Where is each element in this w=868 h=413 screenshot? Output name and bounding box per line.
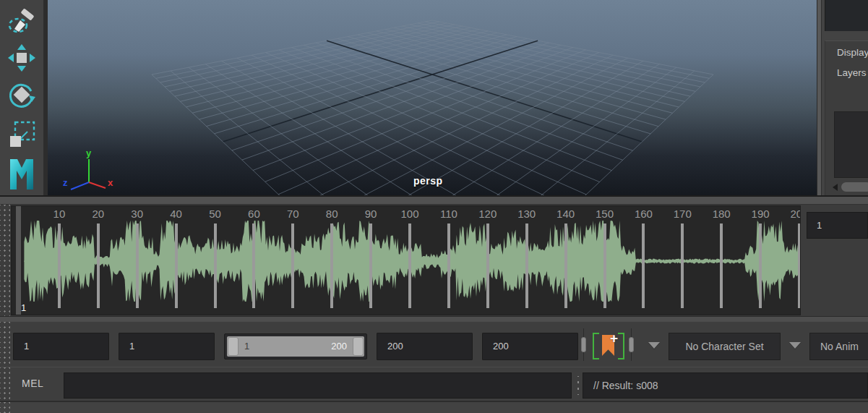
rotate-tool-icon[interactable] bbox=[7, 80, 36, 111]
time-slider-drag-handle[interactable] bbox=[0, 205, 10, 316]
tick-label: 200 bbox=[790, 208, 801, 220]
bookmark-bracket-right-icon bbox=[618, 333, 624, 359]
tick-label: 130 bbox=[517, 208, 536, 220]
command-language-toggle[interactable]: MEL bbox=[22, 378, 43, 389]
tick-label: 190 bbox=[752, 208, 770, 220]
viewport-timeline-splitter[interactable] bbox=[0, 195, 868, 205]
add-bookmark-button[interactable]: + bbox=[593, 331, 624, 361]
tick-label: 140 bbox=[557, 208, 575, 220]
tick-label: 160 bbox=[635, 208, 653, 220]
display-layers-panel: Display Layers bbox=[825, 41, 868, 195]
animation-end-field[interactable]: 200 bbox=[482, 333, 578, 360]
mini-splitter-handle[interactable] bbox=[580, 328, 587, 361]
tick-label: 70 bbox=[287, 208, 299, 220]
scrollbar-thumb[interactable] bbox=[841, 182, 868, 192]
tool-box bbox=[0, 0, 43, 195]
time-slider-row: 1020304050607080901001101201301401501601… bbox=[0, 205, 868, 316]
x-axis-label: x bbox=[108, 177, 113, 188]
tick-mark bbox=[759, 223, 762, 308]
help-line-drag-handle[interactable] bbox=[0, 402, 10, 413]
tick-mark bbox=[447, 223, 450, 308]
tick-mark bbox=[58, 223, 61, 308]
layer-list bbox=[834, 111, 868, 178]
panel-splitter[interactable] bbox=[817, 0, 822, 205]
tick-mark bbox=[291, 223, 294, 308]
character-set-menu-arrow-icon[interactable] bbox=[648, 342, 660, 349]
range-slider-drag-handle[interactable] bbox=[0, 322, 10, 367]
axis-orientation-gizmo: y z x bbox=[62, 148, 114, 192]
playhead-frame-label: 1 bbox=[21, 302, 26, 313]
tick-mark bbox=[681, 223, 684, 308]
command-result-field[interactable]: // Result: s008 bbox=[583, 372, 868, 399]
maya-logo[interactable] bbox=[7, 156, 36, 192]
tick-mark bbox=[603, 223, 606, 308]
current-frame-field[interactable]: 1 bbox=[807, 212, 868, 239]
tick-label: 180 bbox=[713, 208, 731, 220]
move-tool-icon[interactable] bbox=[7, 42, 36, 74]
anim-layer-dropdown[interactable]: No Anim bbox=[809, 333, 868, 360]
tick-label: 50 bbox=[209, 208, 221, 220]
anim-layer-menu-arrow-icon[interactable] bbox=[789, 342, 801, 349]
scroll-left-icon[interactable] bbox=[833, 184, 838, 191]
tick-mark bbox=[642, 223, 645, 308]
character-set-dropdown[interactable]: No Character Set bbox=[669, 333, 781, 360]
playhead[interactable]: 1 bbox=[16, 206, 21, 315]
bookmark-plus-icon: + bbox=[610, 331, 618, 346]
range-slider-left-grip[interactable] bbox=[228, 337, 239, 356]
tick-label: 150 bbox=[596, 208, 614, 220]
layer-scrollbar[interactable] bbox=[831, 182, 868, 193]
range-slider-track[interactable]: 1 200 bbox=[227, 336, 364, 357]
time-slider[interactable]: 1020304050607080901001101201301401501601… bbox=[11, 205, 801, 315]
command-line-drag-handle[interactable] bbox=[0, 367, 10, 401]
tick-mark bbox=[330, 223, 333, 308]
camera-name-label: persp bbox=[413, 175, 443, 187]
tick-label: 100 bbox=[400, 208, 418, 220]
tick-mark bbox=[175, 223, 178, 308]
command-line-row: MEL // Result: s008 bbox=[0, 367, 868, 401]
command-result-splitter[interactable] bbox=[574, 376, 580, 395]
range-slider[interactable]: 1 200 bbox=[224, 333, 367, 359]
channel-box-field bbox=[825, 0, 868, 31]
tick-mark bbox=[525, 223, 528, 308]
y-axis-label: y bbox=[86, 148, 92, 158]
tab-layers[interactable]: Layers bbox=[837, 67, 867, 78]
range-slider-separator bbox=[0, 316, 868, 321]
tick-mark bbox=[564, 223, 567, 308]
tick-label: 80 bbox=[326, 208, 338, 220]
channel-box-area: Display Layers bbox=[822, 0, 868, 195]
tick-mark bbox=[214, 223, 217, 308]
perspective-viewport[interactable]: persp y z x bbox=[48, 0, 817, 195]
playback-end-field[interactable]: 200 bbox=[377, 333, 473, 360]
tick-mark bbox=[369, 223, 372, 308]
tick-mark bbox=[486, 223, 489, 308]
range-slider-right-grip[interactable] bbox=[353, 337, 364, 356]
tick-label: 110 bbox=[440, 208, 457, 220]
scale-tool-icon[interactable] bbox=[7, 119, 36, 150]
mini-splitter-handle[interactable] bbox=[628, 328, 635, 361]
tick-mark bbox=[798, 223, 801, 308]
tick-mark bbox=[408, 223, 411, 308]
tab-display[interactable]: Display bbox=[837, 47, 868, 58]
animation-start-field[interactable]: 1 bbox=[13, 333, 109, 360]
tick-label: 40 bbox=[170, 208, 182, 220]
tick-label: 10 bbox=[53, 208, 66, 220]
tick-label: 90 bbox=[365, 208, 377, 220]
maya-window: persp y z x Display Layers 10203 bbox=[0, 0, 868, 413]
tick-mark bbox=[97, 223, 100, 308]
command-input-field[interactable] bbox=[64, 372, 572, 399]
range-slider-row: 1 1 1 200 200 200 + bbox=[0, 321, 868, 367]
ground-plane-grid bbox=[48, 0, 817, 195]
bookmark-bracket-left-icon bbox=[593, 333, 599, 359]
range-slider-max-label: 200 bbox=[331, 336, 347, 357]
range-slider-min-label: 1 bbox=[244, 336, 249, 357]
tick-label: 60 bbox=[248, 208, 260, 220]
tick-mark bbox=[252, 223, 255, 308]
help-line-strip bbox=[0, 401, 868, 413]
z-axis-label: z bbox=[63, 177, 68, 188]
tick-label: 20 bbox=[92, 208, 104, 220]
paint-selection-tool-icon[interactable] bbox=[7, 4, 36, 36]
playback-start-field[interactable]: 1 bbox=[119, 333, 215, 360]
tick-label: 170 bbox=[674, 208, 692, 220]
tick-mark bbox=[136, 223, 139, 308]
tick-mark bbox=[720, 223, 723, 308]
